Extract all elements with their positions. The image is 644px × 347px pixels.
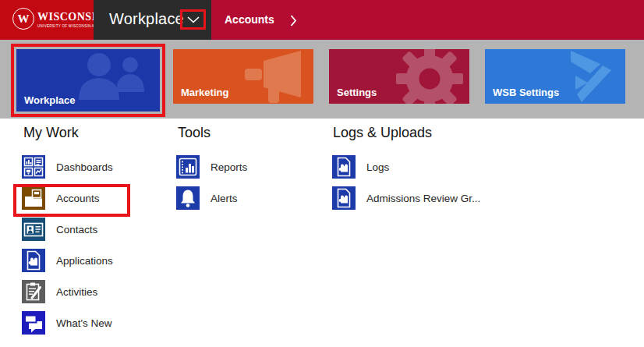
logs-puzzle-icon [332, 155, 356, 179]
my-work-items: Dashboards Accounts [22, 155, 113, 342]
tile-label: Marketing [181, 87, 228, 98]
menu-item-logs[interactable]: Logs [332, 155, 480, 179]
logs-uploads-items: Logs Admissions Review Gr... [332, 155, 480, 218]
annotation-box-workplace-tile: Workplace [11, 44, 165, 117]
menu-item-dashboards[interactable]: Dashboards [22, 155, 113, 179]
section-title-my-work: My Work [23, 125, 79, 141]
whats-new-chat-icon [22, 311, 45, 335]
tile-label: Workplace [24, 94, 76, 106]
nav-flyout-content: My Work Tools Logs & Uploads [0, 119, 644, 347]
admissions-puzzle-icon [332, 186, 356, 210]
breadcrumb-accounts[interactable]: Accounts [225, 13, 274, 26]
tile-settings[interactable]: Settings [329, 49, 469, 104]
alerts-bell-icon [176, 186, 200, 210]
annotation-box-accounts-item [13, 184, 130, 217]
section-title-logs-uploads: Logs & Uploads [333, 125, 432, 141]
tile-wsb-settings[interactable]: WSB Settings [485, 49, 625, 104]
tools-items: Reports Alerts [176, 155, 247, 218]
nav-area-label[interactable]: Workplace [109, 10, 184, 28]
menu-item-label: Admissions Review Gr... [366, 193, 480, 204]
nav-area-selector[interactable]: Workplace [94, 0, 211, 40]
menu-item-label: Applications [56, 255, 113, 267]
activities-clipboard-icon [22, 280, 45, 303]
megaphone-icon [223, 49, 309, 104]
menu-item-alerts[interactable]: Alerts [176, 186, 247, 210]
menu-item-label: Logs [366, 161, 389, 173]
menu-item-label: Contacts [56, 224, 97, 235]
menu-item-label: Activities [56, 286, 97, 298]
tile-workplace[interactable]: Workplace [16, 49, 160, 112]
menu-item-applications[interactable]: Applications [22, 249, 113, 272]
tile-marketing[interactable]: Marketing [173, 49, 313, 104]
dashboards-icon [22, 155, 45, 179]
section-title-tools: Tools [178, 125, 211, 141]
application-puzzle-icon [22, 249, 45, 272]
top-nav-bar: W WISCONSIN UNIVERSITY OF WISCONSIN-MADI… [0, 0, 644, 40]
app-window: W WISCONSIN UNIVERSITY OF WISCONSIN-MADI… [0, 0, 644, 347]
contact-card-icon [22, 218, 45, 241]
menu-item-label: What's New [56, 317, 112, 329]
menu-item-admissions-review[interactable]: Admissions Review Gr... [332, 186, 480, 210]
menu-item-label: Dashboards [56, 161, 113, 173]
menu-item-label: Reports [211, 161, 247, 173]
annotation-box-nav-chevron [180, 9, 206, 30]
menu-item-whats-new[interactable]: What's New [22, 311, 113, 335]
university-logo[interactable]: W WISCONSIN UNIVERSITY OF WISCONSIN-MADI… [0, 0, 94, 40]
tile-label: Settings [337, 87, 377, 98]
reports-icon [176, 155, 200, 179]
chevron-down-icon[interactable] [187, 12, 200, 27]
menu-item-reports[interactable]: Reports [176, 155, 247, 179]
menu-item-activities[interactable]: Activities [22, 280, 113, 303]
chevron-right-icon[interactable] [290, 15, 297, 30]
menu-item-label: Alerts [211, 193, 238, 204]
menu-item-contacts[interactable]: Contacts [22, 218, 113, 241]
wisconsin-crest-icon: W [12, 8, 34, 30]
gear-icon [396, 49, 463, 104]
dynamics-icon [569, 51, 617, 104]
area-tiles-strip: Workplace Marketing [0, 40, 644, 119]
tile-label: WSB Settings [493, 87, 559, 98]
